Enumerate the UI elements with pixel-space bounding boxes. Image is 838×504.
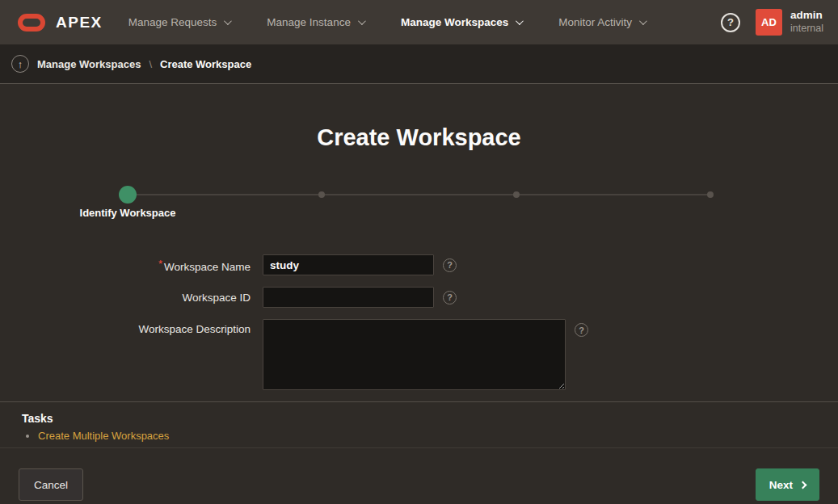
workspace-id-input[interactable] <box>263 287 434 308</box>
chevron-down-icon <box>224 17 232 25</box>
brand-name: APEX <box>56 14 103 32</box>
chevron-down-icon <box>516 17 524 25</box>
main-content: Create Workspace Identify Workspace *Wor… <box>0 83 838 504</box>
cancel-button-label: Cancel <box>34 479 68 491</box>
workspace-description-help-icon[interactable]: ? <box>575 323 588 337</box>
workspace-name-row: *Workspace Name ? <box>0 254 838 275</box>
required-marker: * <box>158 258 162 270</box>
next-button-label: Next <box>769 479 793 491</box>
breadcrumb-separator: \ <box>149 58 152 70</box>
top-navbar: APEX Manage Requests Manage Instance Man… <box>0 0 838 44</box>
chevron-right-icon <box>799 481 807 489</box>
page-title: Create Workspace <box>0 84 838 153</box>
oracle-logo-icon <box>18 14 45 32</box>
navbar-right: ? AD admin internal <box>721 9 823 36</box>
wizard-train-line <box>128 194 710 195</box>
menu-label: Manage Instance <box>267 16 351 28</box>
menu-manage-instance[interactable]: Manage Instance <box>267 16 364 28</box>
workspace-id-help-icon[interactable]: ? <box>443 291 457 304</box>
chevron-down-icon <box>358 17 366 25</box>
chevron-down-icon <box>639 17 647 25</box>
breadcrumb-current: Create Workspace <box>160 58 251 70</box>
next-button[interactable]: Next <box>756 468 819 501</box>
wizard-train: Identify Workspace <box>128 186 710 204</box>
workspace-description-label-text: Workspace Description <box>138 323 251 335</box>
workspace-id-label-text: Workspace ID <box>182 292 251 304</box>
workspace-name-label: *Workspace Name <box>0 258 251 273</box>
menu-label: Manage Workspaces <box>401 16 508 28</box>
main-menu: Manage Requests Manage Instance Manage W… <box>128 16 645 28</box>
workspace-name-label-text: Workspace Name <box>164 261 251 273</box>
workspace-name-input[interactable] <box>263 254 434 275</box>
menu-label: Monitor Activity <box>558 16 632 28</box>
menu-manage-workspaces[interactable]: Manage Workspaces <box>401 16 521 28</box>
create-multiple-workspaces-link[interactable]: Create Multiple Workspaces <box>38 430 169 442</box>
menu-label: Manage Requests <box>128 16 217 28</box>
up-arrow-icon[interactable]: ↑ <box>11 55 29 73</box>
workspace-id-row: Workspace ID ? <box>0 287 838 308</box>
user-name: admin <box>790 9 823 23</box>
wizard-step-dot <box>318 191 325 198</box>
menu-monitor-activity[interactable]: Monitor Activity <box>558 16 645 28</box>
wizard-step-dot <box>707 191 714 198</box>
workspace-name-help-icon[interactable]: ? <box>443 258 457 272</box>
user-menu[interactable]: AD admin internal <box>756 9 823 36</box>
wizard-step-dot-current <box>119 186 137 204</box>
identify-workspace-form: *Workspace Name ? Workspace ID ? Workspa… <box>0 254 838 390</box>
user-realm: internal <box>790 23 823 36</box>
workspace-description-row: Workspace Description ? <box>0 319 838 390</box>
tasks-region: Tasks Create Multiple Workspaces <box>0 402 838 447</box>
workspace-description-textarea[interactable] <box>263 319 566 390</box>
breadcrumb: ↑ Manage Workspaces \ Create Workspace <box>0 44 838 83</box>
workspace-id-label: Workspace ID <box>0 292 251 304</box>
wizard-buttons-bar: Cancel Next <box>0 447 838 504</box>
wizard-step-dot <box>513 191 520 198</box>
workspace-description-label: Workspace Description <box>0 319 251 335</box>
wizard-step-label: Identify Workspace <box>80 207 176 219</box>
avatar: AD <box>756 9 782 36</box>
tasks-heading: Tasks <box>22 412 838 425</box>
user-meta: admin internal <box>790 9 823 36</box>
menu-manage-requests[interactable]: Manage Requests <box>128 16 230 28</box>
breadcrumb-parent[interactable]: Manage Workspaces <box>37 58 141 70</box>
task-item: Create Multiple Workspaces <box>38 430 838 442</box>
help-icon[interactable]: ? <box>721 13 740 32</box>
tasks-list: Create Multiple Workspaces <box>38 430 838 442</box>
apex-brand[interactable]: APEX <box>18 14 103 32</box>
cancel-button[interactable]: Cancel <box>19 468 83 501</box>
